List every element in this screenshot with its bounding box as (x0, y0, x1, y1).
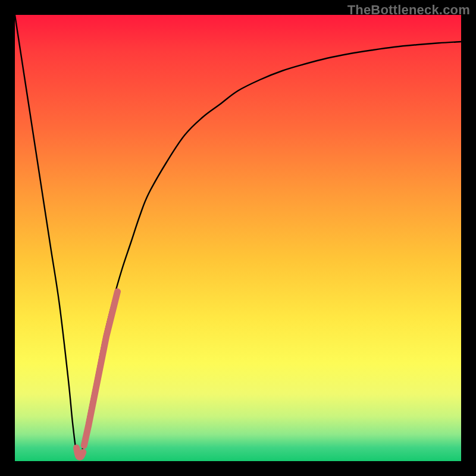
watermark-text: TheBottleneck.com (347, 2, 470, 18)
chart-frame: TheBottleneck.com (0, 0, 476, 476)
highlight-segment (84, 292, 117, 446)
plot-area (15, 15, 461, 461)
highlight-hook (77, 448, 83, 458)
chart-svg (15, 15, 461, 461)
bottleneck-curve (15, 15, 461, 459)
